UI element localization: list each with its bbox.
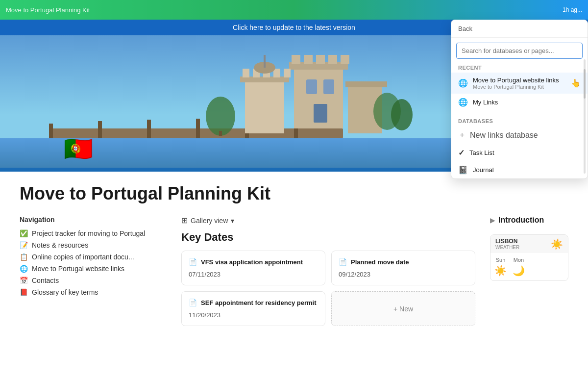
scroll-thumb bbox=[584, 69, 586, 99]
svg-rect-25 bbox=[284, 69, 291, 77]
breadcrumb-text: Move to Portugal Planning Kit bbox=[6, 6, 90, 14]
cursor-hand: 👆 bbox=[571, 78, 581, 88]
intro-section[interactable]: ▶ Introduction bbox=[490, 216, 568, 225]
date-value-2: 09/12/2023 bbox=[339, 271, 468, 278]
svg-rect-11 bbox=[292, 55, 300, 64]
nav-section: Navigation ✅Project tracker for moving t… bbox=[20, 216, 167, 298]
db-item-tasklist[interactable]: ✓ Task List bbox=[451, 144, 588, 161]
nav-emoji-5: 📕 bbox=[20, 288, 28, 296]
svg-rect-5 bbox=[147, 120, 151, 138]
date-card-1: 📄 VFS visa application appointment 07/11… bbox=[181, 251, 325, 285]
recent-item-1-icon: 🌐 bbox=[458, 78, 468, 88]
weather-day-name-0: Sun bbox=[496, 257, 506, 263]
recent-item-2[interactable]: 🌐 My Links bbox=[451, 94, 588, 111]
tasklist-text: Task List bbox=[469, 149, 581, 156]
middle-column: ⊞ Gallery view ▾ Key Dates 📄 VFS visa ap… bbox=[181, 212, 475, 380]
add-plus-icon: ＋ bbox=[458, 130, 466, 140]
scrollbar[interactable] bbox=[584, 59, 586, 174]
recent-label: Recent bbox=[451, 62, 588, 73]
recent-item-1-text: Move to Portugal website links Move to P… bbox=[473, 76, 581, 90]
new-date-button[interactable]: + New bbox=[331, 291, 475, 326]
recent-item-1[interactable]: 🌐 Move to Portugal website links Move to… bbox=[451, 73, 588, 94]
portugal-flag: 🇵🇹 bbox=[64, 135, 93, 163]
svg-rect-29 bbox=[345, 81, 387, 87]
svg-rect-6 bbox=[196, 119, 200, 138]
gallery-view-toggle[interactable]: ⊞ Gallery view ▾ bbox=[181, 216, 475, 225]
date-card-title-1: VFS visa application appointment bbox=[201, 258, 303, 267]
nav-item-1[interactable]: 📝Notes & resources bbox=[20, 239, 167, 251]
doc-icon-3: 📄 bbox=[189, 299, 197, 306]
svg-rect-15 bbox=[341, 55, 349, 64]
svg-point-33 bbox=[391, 99, 413, 130]
left-column: Navigation ✅Project tracker for moving t… bbox=[20, 212, 167, 380]
date-card-title-2: Planned move date bbox=[351, 258, 409, 267]
intro-label: Introduction bbox=[498, 216, 544, 225]
date-card-title-3: SEF appointment for residency permit bbox=[201, 299, 317, 307]
doc-icon-2: 📄 bbox=[339, 258, 347, 266]
key-dates-title: Key Dates bbox=[181, 231, 475, 244]
nav-label-2: Online copies of important docu... bbox=[32, 253, 134, 261]
svg-rect-17 bbox=[323, 79, 334, 94]
svg-rect-4 bbox=[98, 121, 102, 138]
gallery-icon: ⊞ bbox=[181, 216, 188, 225]
dropdown-popup: Back Recent 🌐 Move to Portugal website l… bbox=[451, 20, 588, 179]
new-db-button[interactable]: ＋ New links database bbox=[451, 126, 588, 144]
recent-item-2-icon: 🌐 bbox=[458, 98, 468, 107]
nav-emoji-4: 📅 bbox=[20, 277, 28, 284]
nav-label-1: Notes & resources bbox=[32, 241, 88, 249]
new-db-label: New links database bbox=[470, 131, 538, 140]
weather-day-0: Sun ☀️ bbox=[494, 257, 507, 277]
nav-label-3: Move to Portugal website links bbox=[32, 265, 124, 273]
svg-rect-18 bbox=[314, 104, 327, 123]
date-card-3: 📄 SEF appointment for residency permit 1… bbox=[181, 291, 325, 326]
databases-label: Databases bbox=[451, 115, 588, 126]
svg-rect-13 bbox=[316, 55, 325, 64]
svg-rect-27 bbox=[264, 55, 266, 68]
tasklist-icon: ✓ bbox=[458, 148, 465, 157]
nav-item-2[interactable]: 📋Online copies of important docu... bbox=[20, 251, 167, 263]
svg-rect-12 bbox=[304, 55, 313, 64]
nav-heading: Navigation bbox=[20, 216, 167, 224]
weather-header: LISBON WEATHER ☀️ bbox=[490, 235, 568, 253]
time-ago: 1h ag... bbox=[563, 6, 582, 13]
svg-rect-31 bbox=[219, 131, 222, 136]
doc-icon-1: 📄 bbox=[189, 258, 197, 266]
nav-item-0[interactable]: ✅Project tracker for moving to Portugal bbox=[20, 228, 167, 239]
breadcrumb: Move to Portugal Planning Kit bbox=[6, 6, 90, 14]
svg-rect-19 bbox=[245, 79, 284, 133]
nav-emoji-1: 📝 bbox=[20, 241, 28, 249]
back-button[interactable]: Back bbox=[451, 20, 588, 38]
journal-text: Journal bbox=[473, 166, 581, 174]
svg-point-30 bbox=[206, 97, 235, 136]
svg-rect-16 bbox=[306, 79, 317, 94]
nav-item-3[interactable]: 🌐Move to Portugal website links bbox=[20, 263, 167, 275]
intro-chevron: ▶ bbox=[490, 216, 495, 224]
db-item-journal[interactable]: 📓 Journal bbox=[451, 161, 588, 178]
nav-emoji-2: 📋 bbox=[20, 253, 28, 261]
dates-grid: 📄 VFS visa application appointment 07/11… bbox=[181, 251, 475, 326]
weather-day-icon-1: 🌙 bbox=[513, 265, 525, 277]
nav-label-0: Project tracker for moving to Portugal bbox=[32, 229, 145, 237]
page-body: Navigation ✅Project tracker for moving t… bbox=[0, 212, 588, 380]
svg-rect-21 bbox=[243, 69, 249, 77]
weather-days: Sun ☀️ Mon 🌙 bbox=[490, 253, 568, 280]
nav-item-5[interactable]: 📕Glossary of key terms bbox=[20, 286, 167, 298]
weather-main-icon: ☀️ bbox=[551, 238, 563, 250]
gallery-chevron: ▾ bbox=[231, 217, 234, 225]
gallery-view-label: Gallery view bbox=[191, 217, 228, 225]
date-value-3: 11/20/2023 bbox=[189, 311, 318, 319]
top-bar: Move to Portugal Planning Kit 1h ag... bbox=[0, 0, 588, 20]
search-input[interactable] bbox=[456, 43, 583, 59]
date-value-1: 07/11/2023 bbox=[189, 271, 318, 278]
nav-label-5: Glossary of key terms bbox=[32, 288, 98, 296]
svg-rect-3 bbox=[49, 124, 53, 138]
nav-item-4[interactable]: 📅Contacts bbox=[20, 275, 167, 286]
weather-day-icon-0: ☀️ bbox=[494, 265, 507, 277]
weather-day-1: Mon 🌙 bbox=[513, 257, 525, 277]
divider-1 bbox=[451, 113, 588, 113]
weather-day-name-1: Mon bbox=[514, 257, 524, 263]
nav-emoji-3: 🌐 bbox=[20, 265, 28, 273]
nav-emoji-0: ✅ bbox=[20, 229, 28, 237]
svg-rect-14 bbox=[328, 55, 337, 64]
nav-label-4: Contacts bbox=[32, 277, 59, 284]
